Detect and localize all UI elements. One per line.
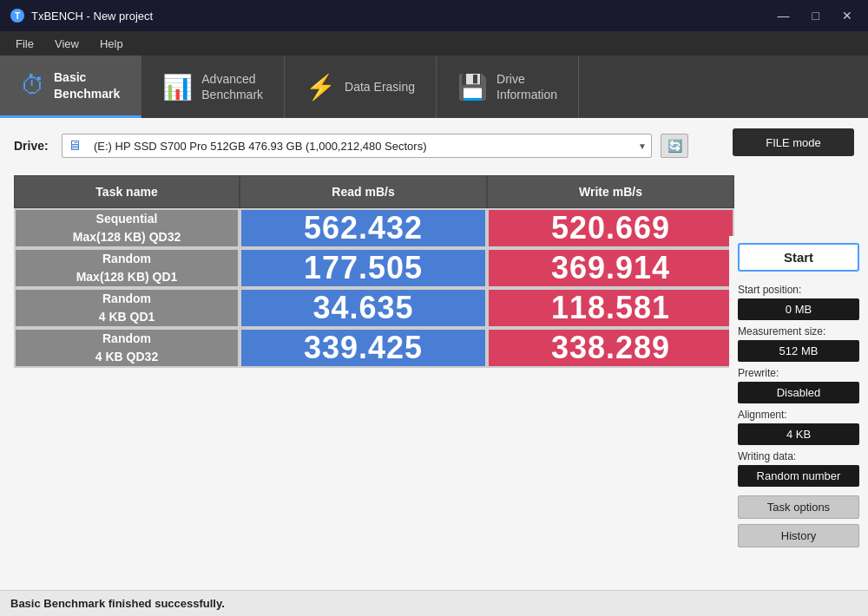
status-text: Basic Benchmark finished successfully. — [10, 597, 225, 610]
tab-erasing-label: Data Erasing — [345, 79, 415, 95]
tab-data-erasing[interactable]: ⚡ Data Erasing — [285, 56, 437, 118]
alignment-label: Alignment: — [738, 409, 859, 421]
task-cell-1: RandomMax(128 KB) QD1 — [14, 248, 240, 288]
prewrite-value: Disabled — [738, 382, 859, 403]
window-controls: — □ ✕ — [773, 7, 858, 24]
drive-label: Drive: — [14, 139, 53, 153]
menu-bar: File View Help — [0, 31, 868, 56]
table-row: SequentialMax(128 KB) QD32 562.432 520.6… — [14, 208, 734, 248]
clock-icon: ⏱ — [21, 71, 45, 100]
drive-row: Drive: 🖥 (E:) HP SSD S700 Pro 512GB 476.… — [14, 128, 854, 163]
task-options-button[interactable]: Task options — [738, 495, 859, 519]
title-bar: T TxBENCH - New project — □ ✕ — [0, 0, 868, 31]
table-row: Random4 KB QD32 339.425 338.289 — [14, 328, 734, 368]
erase-icon: ⚡ — [306, 73, 336, 102]
read-cell-2: 34.635 — [240, 288, 487, 328]
tab-drive-label: DriveInformation — [496, 71, 557, 102]
write-cell-3: 338.289 — [487, 328, 734, 368]
task-cell-0: SequentialMax(128 KB) QD32 — [14, 208, 240, 248]
read-value-3: 339.425 — [304, 330, 423, 365]
write-cell-0: 520.669 — [487, 208, 734, 248]
write-value-2: 118.581 — [551, 290, 670, 325]
tab-drive-information[interactable]: 💾 DriveInformation — [437, 56, 579, 118]
history-button[interactable]: History — [738, 524, 859, 547]
main-layout: Task name Read mB/s Write mB/s Sequentia… — [14, 175, 854, 368]
start-position-value: 0 MB — [738, 298, 859, 320]
status-bar: Basic Benchmark finished successfully. — [0, 590, 868, 616]
write-cell-1: 369.914 — [487, 248, 734, 288]
right-panel: Start Start position: 0 MB Measurement s… — [729, 236, 868, 556]
drive-icon: 💾 — [457, 73, 488, 102]
minimize-button[interactable]: — — [773, 7, 795, 24]
table-row: Random4 KB QD1 34.635 118.581 — [14, 288, 734, 328]
read-value-2: 34.635 — [312, 290, 413, 325]
read-cell-3: 339.425 — [240, 328, 487, 368]
writing-data-value: Random number — [738, 465, 859, 487]
content-area: Drive: 🖥 (E:) HP SSD S700 Pro 512GB 476.… — [0, 118, 868, 590]
drive-select-value[interactable]: (E:) HP SSD S700 Pro 512GB 476.93 GB (1,… — [87, 134, 634, 157]
start-position-label: Start position: — [738, 284, 859, 296]
menu-help[interactable]: Help — [91, 34, 132, 54]
read-value-0: 562.432 — [304, 210, 423, 246]
chart-icon: 📊 — [162, 73, 193, 102]
read-value-1: 177.505 — [304, 250, 423, 285]
alignment-value: 4 KB — [738, 423, 859, 445]
prewrite-label: Prewrite: — [738, 367, 859, 379]
drive-type-icon: 🖥 — [68, 138, 82, 154]
task-cell-3: Random4 KB QD32 — [14, 328, 240, 368]
benchmark-table: Task name Read mB/s Write mB/s Sequentia… — [14, 175, 734, 368]
drive-dropdown-icon[interactable]: ▼ — [634, 134, 651, 157]
write-value-0: 520.669 — [551, 210, 670, 246]
file-mode-button[interactable]: FILE mode — [733, 128, 854, 156]
start-button[interactable]: Start — [738, 243, 859, 272]
drive-refresh-button[interactable]: 🔄 — [661, 134, 688, 158]
measurement-size-label: Measurement size: — [738, 325, 859, 337]
read-cell-0: 562.432 — [240, 208, 487, 248]
app-icon: T — [10, 9, 24, 23]
tab-advanced-label: AdvancedBenchmark — [201, 71, 263, 102]
tab-basic-benchmark[interactable]: ⏱ BasicBenchmark — [0, 56, 141, 118]
tab-advanced-benchmark[interactable]: 📊 AdvancedBenchmark — [141, 56, 285, 118]
tab-bar: ⏱ BasicBenchmark 📊 AdvancedBenchmark ⚡ D… — [0, 56, 868, 118]
task-cell-2: Random4 KB QD1 — [14, 288, 240, 328]
window-title: TxBENCH - New project — [31, 10, 153, 23]
menu-view[interactable]: View — [46, 34, 88, 54]
menu-file[interactable]: File — [7, 34, 43, 54]
title-bar-left: T TxBENCH - New project — [10, 9, 153, 23]
drive-select-wrapper[interactable]: 🖥 (E:) HP SSD S700 Pro 512GB 476.93 GB (… — [62, 134, 652, 158]
benchmark-section: Task name Read mB/s Write mB/s Sequentia… — [14, 175, 854, 368]
write-cell-2: 118.581 — [487, 288, 734, 328]
maximize-button[interactable]: □ — [807, 7, 825, 24]
col-write: Write mB/s — [487, 175, 734, 208]
tab-basic-label: BasicBenchmark — [54, 69, 120, 101]
col-task: Task name — [14, 175, 240, 208]
table-row: RandomMax(128 KB) QD1 177.505 369.914 — [14, 248, 734, 288]
close-button[interactable]: ✕ — [837, 7, 858, 24]
write-value-3: 338.289 — [551, 330, 670, 365]
writing-data-label: Writing data: — [738, 450, 859, 462]
write-value-1: 369.914 — [551, 250, 670, 285]
measurement-size-value: 512 MB — [738, 340, 859, 362]
col-read: Read mB/s — [240, 175, 487, 208]
read-cell-1: 177.505 — [240, 248, 487, 288]
